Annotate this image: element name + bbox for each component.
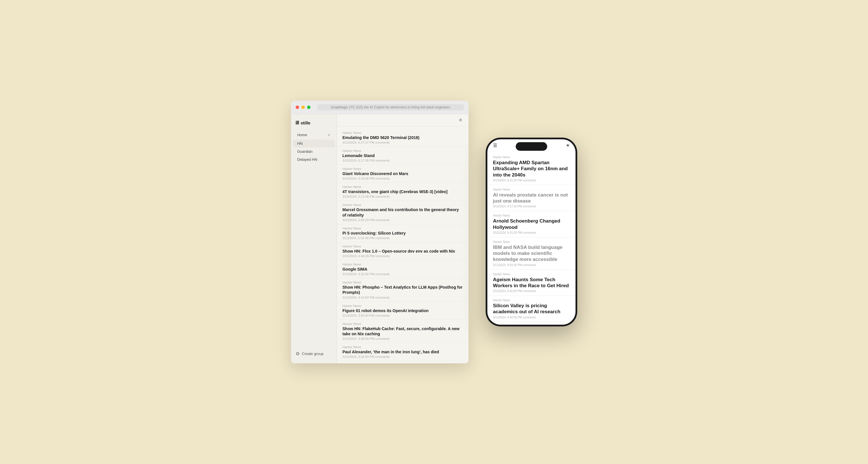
news-source: Hacker News [343,244,463,248]
comments-link[interactable]: comments [375,177,390,180]
news-title: Paul Alexander, 'the man in the iron lun… [343,349,463,355]
title-bar: SnapMagic (YC S15) the AI Copilot for el… [291,101,468,114]
dynamic-island [516,142,547,151]
phone-news-item[interactable]: Hacker News Arnold Schoenberg Changed Ho… [487,211,576,237]
news-source: Hacker News [343,185,463,189]
news-item[interactable]: Hacker News Google SIMA 3/13/2024, 4:22:… [337,260,468,278]
phone-status-bar: ☰ ☀ [487,139,576,151]
news-title: Show HN: Phospho – Text Analytics for LL… [343,285,463,295]
sidebar-item-guardian[interactable]: Guardian [293,147,335,155]
comments-link[interactable]: comments [375,355,390,359]
news-source: Hacker News [343,263,463,266]
phone-screen: ☰ ☀ Hacker News Expanding AMD Spartan Ul… [487,139,576,325]
news-title: Emulating the DMD 5620 Terminal (2018) [343,135,463,140]
news-title: Pi 5 overclocking: Silicon Lottery [343,231,463,236]
phone-news-title: Ageism Haunts Some Tech Workers in the R… [493,277,570,289]
phone-news-source: Hacker News [493,156,570,159]
news-item[interactable]: Hacker News Giant Volcano Discovered on … [337,165,468,183]
news-title: Figure 01 robot demos its OpenAI integra… [343,308,463,313]
top-bar: ☀ [337,114,468,127]
main-content: ☀ Hacker News Emulating the DMD 5620 Ter… [337,114,468,364]
comments-link[interactable]: comments [375,337,390,340]
phone-news-meta: 3/13/2024, 9:17:16 PM comments [493,205,570,208]
url-bar: SnapMagic (YC S15) the AI Copilot for el… [317,104,464,110]
comments-link[interactable]: comments [375,141,390,144]
sidebar-item-hn[interactable]: HN [293,140,335,147]
comments-link[interactable]: comments [375,296,390,299]
news-item[interactable]: Hacker News Paul Alexander, 'the man in … [337,343,468,361]
comments-link[interactable]: comments [375,159,390,162]
news-source: Hacker News [343,131,463,134]
news-meta: 3/13/2024, 5:13:36 PM comments [343,195,463,198]
phone: ☰ ☀ Hacker News Expanding AMD Spartan Ul… [486,138,577,326]
news-title: Show HN: FlakeHub Cache: Fast, secure, c… [343,326,463,336]
comments-link[interactable]: comments [375,218,390,222]
sidebar-item-delayed-hn-label: Delayed HN [297,157,317,162]
brightness-icon[interactable]: ☀ [566,143,570,148]
news-source: Hacker News [343,149,463,153]
app-logo: ill stille [291,118,337,130]
news-source: Hacker News [343,280,463,284]
sidebar-item-home-label: Home [297,133,307,137]
news-meta: 3/13/2024, 5:02:46 PM comments [343,236,463,240]
news-list: Hacker News Emulating the DMD 5620 Termi… [337,127,468,364]
phone-news-item[interactable]: Hacker News Silicon Valley is pricing ac… [487,296,576,322]
maximize-button[interactable] [307,105,311,109]
comments-link[interactable]: comments [375,236,390,240]
desktop-app-window: SnapMagic (YC S15) the AI Copilot for el… [291,101,468,364]
news-meta: 3/13/2024, 5:05:29 PM comments [343,218,463,222]
create-group-button[interactable]: ⚙ Create group [291,347,337,360]
news-item[interactable]: Hacker News Show HN: Phospho – Text Anal… [337,278,468,301]
phone-news-title: AI reveals prostate cancer is not just o… [493,192,570,204]
news-meta: 3/13/2024, 4:14:04 PM comments [343,296,463,299]
phone-news-item[interactable]: Hacker News Expanding AMD Spartan UltraS… [487,153,576,185]
news-title: Marcel Grossmann and his contribution to… [343,207,463,218]
comments-link[interactable]: comments [375,272,390,276]
gear-icon: ⚙ [296,351,300,357]
phone-news-meta: 3/13/2024, 8:54:30 PM comments [493,263,570,267]
create-group-label: Create group [302,352,324,356]
news-item[interactable]: Hacker News Marcel Grossmann and his con… [337,201,468,224]
sidebar: ill stille Home + HN Guardian Delayed HN [291,114,337,364]
phone-news-item[interactable]: Hacker News Ageism Haunts Some Tech Work… [487,270,576,296]
news-title: 4T transistors, one giant chip (Cerebras… [343,189,463,194]
comments-link[interactable]: comments [375,314,390,317]
news-title: Giant Volcano Discovered on Mars [343,171,463,176]
close-button[interactable] [296,105,299,109]
phone-news-item[interactable]: Hacker News IBM and NASA build language … [487,237,576,270]
theme-toggle-icon[interactable]: ☀ [458,117,463,123]
phone-news-item[interactable]: Hacker News AI reveals prostate cancer i… [487,185,576,211]
phone-news-list: Hacker News Expanding AMD Spartan UltraS… [487,151,576,325]
phone-container: ☰ ☀ Hacker News Expanding AMD Spartan Ul… [486,138,577,326]
phone-news-meta: 3/13/2024, 8:40:35 PM comments [493,316,570,319]
phone-news-source: Hacker News [493,214,570,217]
news-item[interactable]: Hacker News Lemonade Stand 3/13/2024, 6:… [337,147,468,165]
sidebar-item-delayed-hn[interactable]: Delayed HN [293,156,335,163]
phone-news-title: IBM and NASA build language models to ma… [493,244,570,263]
comments-link[interactable]: comments [375,254,390,258]
sidebar-item-guardian-label: Guardian [297,149,312,154]
menu-icon[interactable]: ☰ [493,143,497,148]
plus-icon: + [328,132,330,138]
news-meta: 3/13/2024, 5:33:08 PM comments [343,177,463,180]
phone-news-meta: 3/13/2024, 8:42:50 PM comments [493,290,570,293]
window-body: ill stille Home + HN Guardian Delayed HN [291,114,468,364]
news-source: Hacker News [343,322,463,326]
minimize-button[interactable] [301,105,305,109]
news-item[interactable]: Hacker News 4T transistors, one giant ch… [337,183,468,201]
news-meta: 3/13/2024, 3:32:00 PM comments [343,355,463,359]
phone-news-source: Hacker News [493,188,570,191]
news-item[interactable]: Hacker News Emulating the DMD 5620 Termi… [337,129,468,147]
news-meta: 3/13/2024, 3:38:59 PM comments [343,337,463,340]
news-item[interactable]: Hacker News Show HN: FlakeHub Cache: Fas… [337,320,468,343]
comments-link[interactable]: comments [375,195,390,198]
phone-news-meta: 3/13/2024, 9:15:35 PM comments [493,231,570,234]
news-meta: 3/13/2024, 6:27:27 PM comments [343,141,463,144]
news-item[interactable]: Hacker News Show HN: Flox 1.0 – Open-sou… [337,242,468,260]
news-item[interactable]: Hacker News Pi 5 overclocking: Silicon L… [337,224,468,242]
phone-news-source: Hacker News [493,240,570,243]
sidebar-item-home[interactable]: Home + [293,131,335,139]
news-item[interactable]: Hacker News Figure 01 robot demos its Op… [337,302,468,320]
logo-icon: ill [296,120,299,126]
phone-news-meta: 3/13/2024, 9:21:59 PM comments [493,179,570,182]
